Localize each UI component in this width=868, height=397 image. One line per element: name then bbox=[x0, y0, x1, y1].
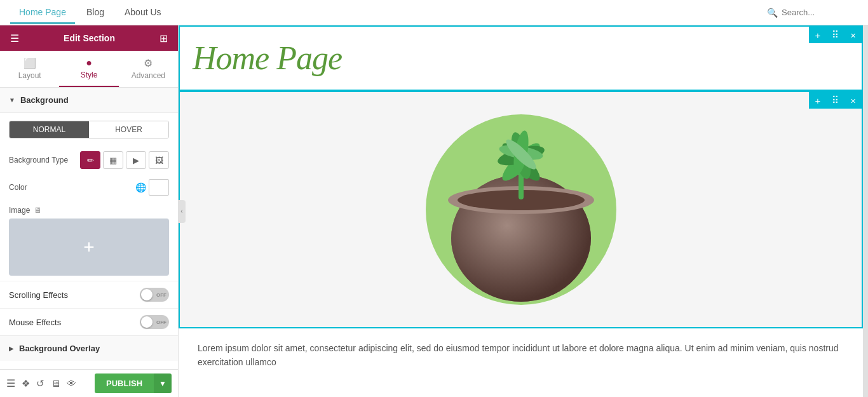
bg-type-label: Background Type bbox=[9, 156, 80, 165]
homepage-section: + ⠿ × Home Page bbox=[179, 25, 863, 91]
image-section-toolbar: + ⠿ × bbox=[809, 92, 862, 109]
background-arrow-icon: ▼ bbox=[9, 97, 15, 104]
scrolling-effects-label: Scrolling Effects bbox=[9, 290, 140, 300]
tab-advanced[interactable]: ⚙ Advanced bbox=[119, 51, 178, 87]
scrolling-off-label: OFF bbox=[156, 292, 166, 298]
bottom-toolbar: ☰ ❖ ↺ 🖥 👁 PUBLISH ▼ bbox=[0, 369, 178, 397]
tab-layout[interactable]: ⬜ Layout bbox=[0, 51, 59, 87]
history-icon[interactable]: ↺ bbox=[36, 378, 44, 389]
overlay-arrow-icon: ▶ bbox=[9, 345, 14, 352]
scrolling-effects-row: Scrolling Effects OFF bbox=[0, 281, 178, 308]
image-row: Image 🖥 + bbox=[0, 201, 178, 281]
main-layout: ☰ Edit Section ⊞ ⬜ Layout ● Style ⚙ Adva… bbox=[0, 25, 868, 397]
advanced-icon: ⚙ bbox=[144, 57, 153, 69]
bg-type-video-btn[interactable]: ▶ bbox=[126, 151, 146, 169]
mouse-effects-row: Mouse Effects OFF bbox=[0, 308, 178, 335]
scrolling-toggle-knob bbox=[141, 289, 153, 300]
color-row: Color 🌐 bbox=[0, 174, 178, 201]
hover-button[interactable]: HOVER bbox=[89, 121, 168, 138]
tab-style-label: Style bbox=[81, 71, 98, 79]
publish-group: PUBLISH ▼ bbox=[95, 373, 172, 393]
section-add-button-1[interactable]: + bbox=[809, 27, 826, 43]
tab-layout-label: Layout bbox=[18, 71, 41, 80]
search-icon: 🔍 bbox=[767, 8, 778, 18]
lorem-section: Lorem ipsum dolor sit amet, consectetur … bbox=[179, 328, 863, 382]
color-swatch[interactable] bbox=[149, 179, 169, 196]
top-nav-bar: Home Page Blog About Us 🔍 bbox=[0, 0, 868, 25]
overlay-title: Background Overlay bbox=[19, 344, 100, 353]
nav-tab-homepage[interactable]: Home Page bbox=[10, 2, 75, 24]
image-label-text: Image bbox=[9, 206, 30, 215]
normal-hover-toggle: NORMAL HOVER bbox=[9, 121, 169, 138]
nav-tabs-container: Home Page Blog About Us bbox=[10, 2, 170, 24]
mouse-effects-label: Mouse Effects bbox=[9, 318, 140, 327]
normal-button[interactable]: NORMAL bbox=[10, 121, 89, 138]
preview-icon[interactable]: 👁 bbox=[67, 378, 76, 389]
panel-grid-icon[interactable]: ⊞ bbox=[159, 32, 168, 44]
search-input[interactable] bbox=[782, 8, 858, 17]
panel-tabs: ⬜ Layout ● Style ⚙ Advanced bbox=[0, 51, 178, 88]
section-close-button-2[interactable]: × bbox=[844, 92, 862, 109]
homepage-section-toolbar: + ⠿ × bbox=[809, 27, 862, 43]
homepage-content: Home Page bbox=[180, 27, 862, 90]
mouse-toggle-track: OFF bbox=[140, 315, 169, 329]
bg-type-slideshow-btn[interactable]: 🖼 bbox=[149, 151, 169, 169]
bg-type-group: ✏ ▦ ▶ 🖼 bbox=[80, 151, 169, 169]
bg-type-gradient-btn[interactable]: ▦ bbox=[103, 151, 123, 169]
mouse-effects-toggle[interactable]: OFF bbox=[140, 315, 169, 329]
scrolling-toggle-track: OFF bbox=[140, 288, 169, 302]
monitor-icon: 🖥 bbox=[34, 206, 41, 215]
style-icon: ● bbox=[86, 57, 92, 69]
search-bar: 🔍 bbox=[767, 8, 858, 18]
plant-image bbox=[423, 111, 620, 308]
layout-icon: ⬜ bbox=[24, 57, 36, 69]
bg-type-row: Background Type ✏ ▦ ▶ 🖼 bbox=[0, 146, 178, 174]
section-add-button-2[interactable]: + bbox=[809, 92, 826, 109]
section-move-button-2[interactable]: ⠿ bbox=[826, 92, 844, 109]
image-section: + ⠿ × bbox=[179, 91, 863, 328]
section-move-button-1[interactable]: ⠿ bbox=[826, 27, 844, 43]
upload-plus-icon: + bbox=[83, 236, 95, 258]
right-scrollbar[interactable] bbox=[863, 25, 868, 397]
image-label-row: Image 🖥 bbox=[9, 206, 169, 215]
background-section-header[interactable]: ▼ Background bbox=[0, 88, 178, 113]
mouse-off-label: OFF bbox=[156, 320, 166, 325]
nav-tab-blog[interactable]: Blog bbox=[78, 2, 113, 24]
panel-content: ▼ Background NORMAL HOVER Background Typ… bbox=[0, 88, 178, 369]
image-upload-area[interactable]: + bbox=[9, 219, 169, 276]
layers-icon[interactable]: ☰ bbox=[6, 377, 15, 389]
bg-overlay-header[interactable]: ▶ Background Overlay bbox=[0, 335, 178, 361]
nav-tab-aboutus[interactable]: About Us bbox=[116, 2, 170, 24]
mouse-toggle-knob bbox=[141, 316, 153, 328]
responsive-icon[interactable]: 🖥 bbox=[51, 378, 60, 389]
color-label: Color bbox=[9, 183, 135, 192]
scrolling-effects-toggle[interactable]: OFF bbox=[140, 288, 169, 302]
globe-icon[interactable]: 🌐 bbox=[135, 182, 146, 192]
collapse-handle[interactable]: ‹ bbox=[178, 200, 186, 223]
image-content bbox=[180, 92, 862, 327]
background-title: Background bbox=[20, 95, 69, 105]
tab-style[interactable]: ● Style bbox=[59, 51, 118, 87]
bg-type-color-btn[interactable]: ✏ bbox=[80, 151, 100, 169]
lorem-text: Lorem ipsum dolor sit amet, consectetur … bbox=[198, 341, 844, 370]
section-close-button-1[interactable]: × bbox=[844, 27, 862, 43]
panel-menu-icon[interactable]: ☰ bbox=[10, 32, 19, 44]
publish-dropdown-button[interactable]: ▼ bbox=[154, 373, 172, 393]
templates-icon[interactable]: ❖ bbox=[22, 378, 30, 389]
tab-advanced-label: Advanced bbox=[132, 71, 165, 80]
canvas-area: + ⠿ × Home Page + ⠿ × bbox=[179, 25, 863, 397]
color-controls: 🌐 bbox=[135, 179, 169, 196]
publish-button[interactable]: PUBLISH bbox=[95, 373, 154, 393]
panel-header: ☰ Edit Section ⊞ bbox=[0, 25, 178, 51]
left-panel: ☰ Edit Section ⊞ ⬜ Layout ● Style ⚙ Adva… bbox=[0, 25, 179, 397]
homepage-title: Home Page bbox=[193, 39, 843, 77]
panel-title: Edit Section bbox=[64, 33, 115, 43]
